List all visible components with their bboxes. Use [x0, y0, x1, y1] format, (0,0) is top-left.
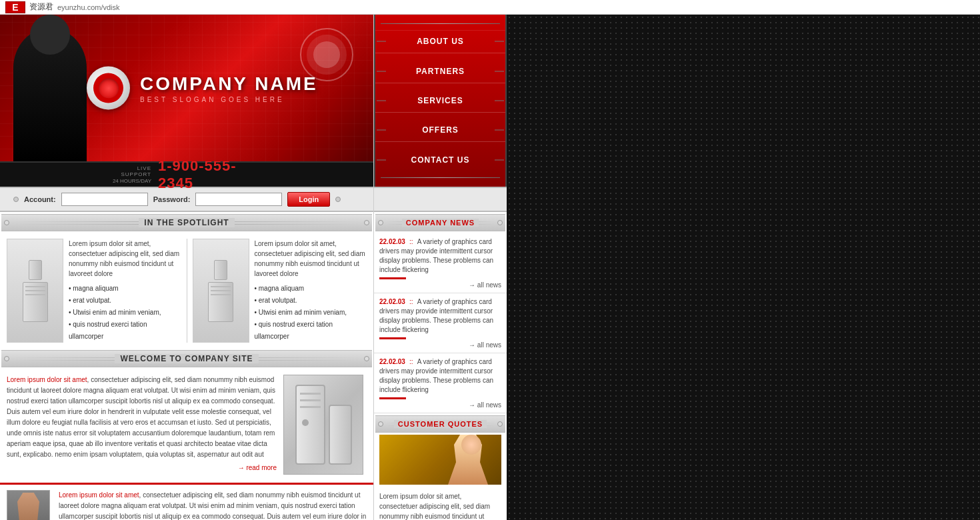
quote-section: Lorem ipsum dolor sit amet, consectetuer…: [0, 483, 373, 520]
welcome-body: , consectetuer adipiscing elit, sed diam…: [7, 376, 275, 458]
banner-title-group: COMPANY NAME BEST SLOGAN GOES HERE: [140, 73, 318, 103]
company-name: COMPANY NAME: [140, 73, 318, 95]
nav-item-offers[interactable]: OFFERS: [375, 119, 505, 142]
phone-number: 1-900-555-2345: [158, 157, 267, 192]
welcome-read-more[interactable]: → read more: [238, 464, 277, 471]
welcome-title: WELCOME TO COMPANY SITE: [115, 354, 258, 363]
welcome-header: WELCOME TO COMPANY SITE: [1, 350, 372, 367]
nav-label-services: SERVICES: [417, 96, 463, 105]
news-all-3[interactable]: → all news: [469, 401, 501, 409]
middle-right: ABOUT US PARTNERS SERVICES OFFERS CO: [373, 15, 507, 520]
news-sep-3: ::: [409, 358, 413, 365]
news-item-1: 22.02.03 :: A variety of graphics card d…: [374, 233, 507, 293]
cq-header: CUSTOMER QUOTES: [375, 415, 505, 433]
nav-area: ABOUT US PARTNERS SERVICES OFFERS CO: [374, 15, 507, 187]
spotlight-item-2: Lorem ipsum dolor sit amet, consectetuer…: [193, 239, 367, 343]
spotlight-title: IN THE SPOTLIGHT: [139, 218, 234, 227]
brand-name: 资源君: [29, 1, 53, 13]
news-sep-1: ::: [409, 238, 413, 245]
brand-logo: E: [5, 1, 25, 13]
nav-label-partners: PARTNERS: [416, 67, 465, 76]
news-all-1[interactable]: → all news: [469, 281, 501, 289]
nav-item-partners[interactable]: PARTNERS: [375, 60, 505, 83]
welcome-section: WELCOME TO COMPANY SITE Lorem ipsum dolo…: [0, 350, 373, 520]
customer-quotes-section: CUSTOMER QUOTES Lorem ipsum dolor sit am…: [374, 415, 507, 520]
nav-item-about[interactable]: ABOUT US: [375, 30, 505, 53]
dot-left: [13, 197, 19, 202]
phone-bar: LIVE SUPPORT 24 HOURS/DAY 1-900-555-2345: [0, 161, 373, 187]
company-news-section: COMPANY NEWS 22.02.03 :: A variety of gr…: [374, 212, 507, 520]
spotlight-item-1: Lorem ipsum dolor sit amet, consectetuer…: [7, 239, 181, 343]
quote-avatar: [7, 490, 53, 520]
logo-bar: E 资源君 eyunzhu.com/vdisk: [0, 1, 125, 13]
cq-text: Lorem ipsum dolor sit amet, consectetuer…: [374, 489, 507, 520]
welcome-red-link[interactable]: Lorem ipsum dolor sit amet: [7, 376, 87, 383]
nav-label-about: ABOUT US: [417, 37, 464, 46]
nav-label-contact: CONTACT US: [411, 155, 470, 165]
spotlight-img-2: [193, 239, 249, 343]
password-label: Password:: [153, 195, 191, 203]
dark-right-area: [507, 15, 980, 520]
banner: COMPANY NAME BEST SLOGAN GOES HERE: [0, 15, 373, 161]
news-date-2: 22.02.03: [379, 298, 405, 305]
welcome-text-col: Lorem ipsum dolor sit amet, consectetuer…: [7, 375, 277, 475]
nav-label-offers: OFFERS: [422, 125, 459, 135]
news-item-3: 22.02.03 :: A variety of graphics card d…: [374, 353, 507, 413]
nav-item-services[interactable]: SERVICES: [375, 89, 505, 113]
spotlight-header: IN THE SPOTLIGHT: [1, 214, 372, 231]
account-label: Account:: [24, 195, 56, 203]
spotlight-dot-tl: [4, 220, 9, 225]
company-slogan: BEST SLOGAN GOES HERE: [140, 96, 318, 103]
banner-person: [0, 15, 100, 161]
cq-title: CUSTOMER QUOTES: [394, 420, 487, 428]
dot-right: [335, 197, 341, 202]
spotlight-dot-tr: [364, 220, 369, 225]
news-title: COMPANY NEWS: [402, 219, 479, 227]
account-input[interactable]: [61, 193, 148, 206]
news-header: COMPANY NEWS: [375, 214, 505, 231]
spotlight-divider: [187, 239, 187, 343]
news-all-2[interactable]: → all news: [469, 341, 501, 349]
banner-logo-circle: [87, 67, 130, 110]
cq-photo: [379, 435, 501, 485]
quote-text-col: Lorem ipsum dolor sit amet, consectetuer…: [59, 490, 367, 520]
news-date-1: 22.02.03: [379, 238, 405, 245]
news-sep-2: ::: [409, 298, 413, 305]
left-column: COMPANY NAME BEST SLOGAN GOES HERE LIVE …: [0, 15, 373, 520]
hours-label: 24 HOURS/DAY: [107, 178, 151, 185]
spotlight-text-2: Lorem ipsum dolor sit amet, consectetuer…: [255, 239, 367, 343]
nav-item-contact[interactable]: CONTACT US: [375, 149, 505, 171]
login-button[interactable]: Login: [287, 192, 330, 207]
welcome-image: [283, 375, 367, 475]
news-date-3: 22.02.03: [379, 358, 405, 365]
live-support-label: LIVE SUPPORT: [107, 165, 151, 178]
brand-url: eyunzhu.com/vdisk: [57, 3, 120, 11]
spotlight-text-1: Lorem ipsum dolor sit amet, consectetuer…: [69, 239, 181, 343]
welcome-content: Lorem ipsum dolor sit amet, consectetuer…: [0, 369, 373, 480]
spotlight-img-1: [7, 239, 63, 343]
password-input[interactable]: [195, 193, 282, 206]
spotlight-items: Lorem ipsum dolor sit amet, consectetuer…: [0, 233, 373, 348]
quote-red-link[interactable]: Lorem ipsum dolor sit amet: [59, 491, 139, 499]
news-item-2: 22.02.03 :: A variety of graphics card d…: [374, 293, 507, 353]
spotlight-section: IN THE SPOTLIGHT L: [0, 214, 373, 348]
